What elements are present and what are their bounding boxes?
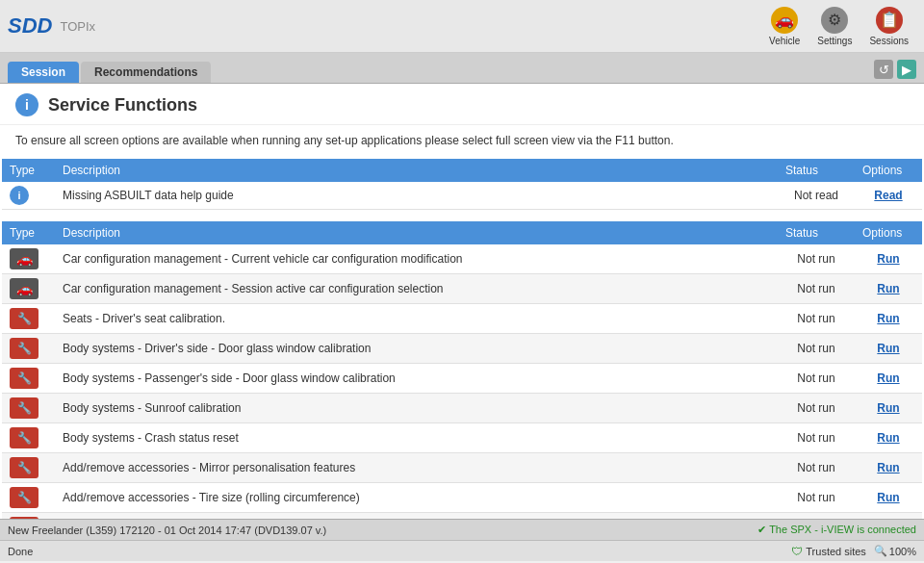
run-link-8[interactable]: Run [877,491,899,504]
page-title: Service Functions [48,95,197,115]
row3-status: Not run [778,333,855,363]
run-link-7[interactable]: Run [877,461,899,474]
row1-option: Read [855,182,922,210]
trusted-sites: 🛡 Trusted sites [791,545,866,558]
row9-desc: Add/remove accessories - Parking aid con… [55,512,778,519]
row5-option: Run [855,393,922,422]
sessions-icon: 📋 [876,7,903,34]
info-type-icon: i [10,186,29,205]
table-row: 🔧Add/remove accessories - Mirror persona… [2,452,922,482]
row3-option: Run [855,333,922,363]
row9-option: Run [855,512,922,519]
table2-section: Type Description Status Options 🚗Car con… [0,221,924,519]
row0-desc: Car configuration management - Current v… [55,244,778,274]
read-link[interactable]: Read [874,189,902,202]
done-label: Done [8,546,33,557]
col-status-2: Status [778,221,855,244]
info-icon: i [15,93,38,116]
row4-status: Not run [778,363,855,393]
row4-option: Run [855,363,922,393]
row7-desc: Add/remove accessories - Mirror personal… [55,452,778,482]
table-row: 🔧Body systems - Crash status resetNot ru… [2,422,922,452]
row6-desc: Body systems - Crash status reset [55,422,778,452]
row2-option: Run [855,303,922,333]
run-link-2[interactable]: Run [877,312,899,325]
table-row: 🚗Car configuration management - Current … [2,244,922,274]
tab-bar: Session Recommendations ↺ ▶ [0,53,924,84]
wrench-type-icon: 🔧 [10,487,38,508]
tab-recommendations[interactable]: Recommendations [81,62,211,83]
row4-desc: Body systems - Passenger's side - Door g… [55,363,778,393]
row2-type: 🔧 [2,303,55,333]
col-type-1: Type [2,159,55,182]
shield-icon: 🛡 [791,545,803,558]
row1-desc: Missing ASBUILT data help guide [55,182,778,210]
main-content: i Service Functions To ensure all screen… [0,84,924,519]
row6-option: Run [855,422,922,452]
zoom-level: 100% [889,546,916,557]
row1-option: Run [855,273,922,303]
col-type-2: Type [2,221,55,244]
status-right: ✔ The SPX - i-VIEW is connected [757,524,916,536]
logo-area: SDD TOPIx [8,13,95,38]
vehicle-button[interactable]: 🚗 Vehicle [761,5,808,48]
row3-desc: Body systems - Driver's side - Door glas… [55,333,778,363]
settings-button[interactable]: ⚙ Settings [809,5,860,48]
row8-status: Not run [778,482,855,512]
row5-type: 🔧 [2,393,55,422]
table-row: 🔧Body systems - Passenger's side - Door … [2,363,922,393]
col-desc-1: Description [55,159,778,182]
top-icons: 🚗 Vehicle ⚙ Settings 📋 Sessions [761,5,916,48]
col-desc-2: Description [55,221,778,244]
row8-type: 🔧 [2,482,55,512]
wrench-type-icon: 🔧 [10,427,38,448]
run-link-3[interactable]: Run [877,342,899,355]
wrench-type-icon: 🔧 [10,517,38,519]
row8-option: Run [855,482,922,512]
table-row: 🔧Body systems - Driver's side - Door gla… [2,333,922,363]
run-link-6[interactable]: Run [877,431,899,445]
col-options-2: Options [855,221,922,244]
run-link-1[interactable]: Run [877,282,899,295]
row5-desc: Body systems - Sunroof calibration [55,393,778,422]
refresh-icon[interactable]: ↺ [874,60,893,79]
row0-option: Run [855,244,922,274]
run-link-5[interactable]: Run [877,401,899,415]
table-row: 🚗Car configuration management - Session … [2,273,922,303]
row2-desc: Seats - Driver's seat calibration. [55,303,778,333]
tab-session[interactable]: Session [8,62,79,83]
run-link-0[interactable]: Run [877,252,899,266]
wrench-type-icon: 🔧 [10,397,38,419]
table-row: 🔧Seats - Driver's seat calibration.Not r… [2,303,922,333]
col-status-1: Status [778,159,855,182]
ie-bar-right: 🛡 Trusted sites 🔍 100% [791,545,916,558]
row9-status: Not run [778,512,855,519]
row7-option: Run [855,452,922,482]
status-left: New Freelander (L359) 172120 - 01 Oct 20… [8,525,326,536]
row0-status: Not run [778,244,855,274]
top-bar: SDD TOPIx 🚗 Vehicle ⚙ Settings 📋 Session… [0,0,924,53]
sessions-button[interactable]: 📋 Sessions [861,5,916,48]
logo-topix: TOPIx [60,19,95,34]
row4-type: 🔧 [2,363,55,393]
row8-desc: Add/remove accessories - Tire size (roll… [55,482,778,512]
wrench-type-icon: 🔧 [10,338,38,359]
sessions-label: Sessions [869,36,909,46]
ie-bar-left: Done [8,546,33,557]
zoom-icon: 🔍 [874,545,887,557]
row0-type: 🚗 [2,244,55,274]
row5-status: Not run [778,393,855,422]
logo-sdd: SDD [8,13,52,38]
row9-type: 🔧 [2,512,55,519]
table1: Type Description Status Options i Missin… [2,159,922,210]
forward-icon[interactable]: ▶ [897,60,916,79]
status-bar: New Freelander (L359) 172120 - 01 Oct 20… [0,519,924,540]
row1-status: Not run [778,273,855,303]
ie-bar: Done 🛡 Trusted sites 🔍 100% [0,540,924,561]
row6-type: 🔧 [2,422,55,452]
car-type-icon: 🚗 [10,278,38,299]
table2: Type Description Status Options 🚗Car con… [2,221,922,519]
run-link-4[interactable]: Run [877,371,899,385]
vehicle-label: Vehicle [769,36,800,46]
notice-text: To ensure all screen options are availab… [0,125,924,159]
